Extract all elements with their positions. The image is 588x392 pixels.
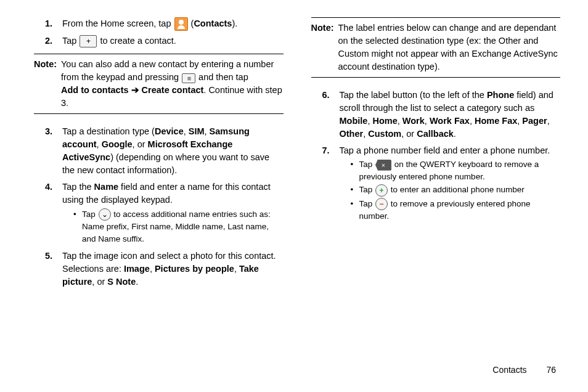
page-number: 76 [546, 365, 556, 375]
note-body: You can also add a new contact by enteri… [61, 58, 284, 110]
contacts-icon [174, 17, 188, 31]
text: , [234, 264, 239, 274]
text: , [547, 116, 550, 126]
bullet-dot: • [351, 158, 359, 182]
note-block: Note: You can also add a new contact by … [34, 54, 284, 114]
bullet: • Tap + to enter an additional phone num… [351, 184, 561, 196]
text-bold: Home [372, 116, 397, 126]
bullet: • Tap ⌄ to access additional name entrie… [73, 208, 284, 245]
remove-icon: − [375, 198, 388, 210]
text-bold: Custom [368, 129, 401, 139]
text: Tap the [62, 182, 94, 192]
text-bold: Home Fax [475, 116, 517, 126]
right-column: Note: The label entries below can change… [311, 17, 561, 292]
text: and then tap [198, 72, 248, 82]
bullet-dot: • [351, 198, 359, 223]
bullet-body: Tap ⌄ to access additional name entries … [82, 208, 284, 245]
text: Tap [359, 199, 375, 208]
bullet-body: Tap × on the QWERTY keyboard to remove a… [359, 158, 561, 182]
step-number: 5. [45, 250, 62, 288]
text-bold: S Note [107, 277, 136, 287]
text: . [454, 129, 456, 139]
step-2: 2. Tap + to create a contact. [45, 35, 284, 47]
step-6: 6. Tap the label button (to the left of … [322, 89, 561, 141]
text: , or [133, 139, 148, 149]
text: , or [401, 129, 417, 139]
backspace-icon: × [375, 160, 391, 171]
text-bold: SIM [189, 126, 205, 136]
bullet: • Tap − to remove a previously entered p… [351, 198, 561, 223]
section-label: Contacts [492, 365, 526, 375]
page-footer: Contacts 76 [492, 365, 556, 375]
text: , [425, 116, 430, 126]
text-bold: Image [124, 264, 150, 274]
step-body: Tap the label button (to the left of the… [340, 89, 561, 141]
step-number: 7. [322, 144, 340, 224]
text: Tap a destination type ( [62, 126, 155, 136]
text: Tap [359, 160, 375, 169]
text: , [150, 264, 155, 274]
step-body: Tap a destination type (Device, SIM, Sam… [62, 125, 284, 177]
text-bold: Add to contacts ➔ Create contact [61, 85, 203, 95]
step-number: 1. [45, 17, 62, 31]
text-bold: Pictures by people [155, 264, 234, 274]
text-bold: Pager [522, 116, 547, 126]
text: Tap a phone number field and enter a pho… [340, 145, 550, 155]
step-3: 3. Tap a destination type (Device, SIM, … [45, 125, 284, 177]
text: , [184, 126, 189, 136]
step-1: 1. From the Home screen, tap (Contacts). [45, 17, 284, 31]
note-label: Note: [311, 22, 338, 73]
step-body: Tap a phone number field and enter a pho… [340, 144, 561, 224]
add-icon: + [375, 184, 388, 197]
step-number: 4. [45, 181, 62, 246]
text: From the Home screen, tap [62, 18, 174, 28]
step-number: 3. [45, 125, 62, 177]
left-column: 1. From the Home screen, tap (Contacts).… [34, 17, 284, 292]
text: Tap the label button (to the left of the [340, 90, 487, 100]
chevron-down-icon: ⌄ [99, 208, 111, 221]
text: , or [92, 277, 107, 287]
step-body: Tap + to create a contact. [62, 35, 284, 47]
bullet-dot: • [351, 184, 359, 196]
page-columns: 1. From the Home screen, tap (Contacts).… [0, 0, 588, 292]
step-body: Tap the image icon and select a photo fo… [62, 250, 284, 288]
text: , [97, 139, 102, 149]
step-5: 5. Tap the image icon and select a photo… [45, 250, 284, 288]
text: ). [232, 18, 237, 28]
bullet: • Tap × on the QWERTY keyboard to remove… [351, 158, 561, 182]
text: The label entries below can change and a… [338, 23, 558, 71]
text-bold: Name [94, 182, 119, 192]
text-bold: Phone [487, 90, 514, 100]
note-body: The label entries below can change and a… [338, 22, 561, 73]
step-number: 2. [45, 35, 62, 47]
menu-icon: ≡ [182, 73, 195, 83]
text-bold: Contacts [194, 18, 232, 28]
bullet-dot: • [73, 208, 82, 245]
text: to enter an additional phone number [391, 185, 525, 194]
text: Tap [62, 36, 79, 46]
text: , [398, 116, 402, 126]
text: Tap [82, 210, 98, 219]
text: , [470, 116, 475, 126]
step-body: Tap the Name field and enter a name for … [62, 181, 284, 246]
step-4: 4. Tap the Name field and enter a name f… [45, 181, 284, 246]
text-bold: Callback [417, 129, 454, 139]
text: . [136, 277, 138, 287]
text-bold: Google [102, 139, 133, 149]
step-number: 6. [322, 89, 340, 141]
text: Tap [359, 185, 375, 194]
text-bold: Work Fax [430, 116, 470, 126]
text: , [205, 126, 210, 136]
plus-icon: + [80, 35, 97, 47]
text-bold: Other [340, 129, 364, 139]
note-label: Note: [34, 58, 61, 110]
step-body: From the Home screen, tap (Contacts). [62, 17, 284, 31]
text: to create a contact. [100, 36, 176, 46]
text-bold: Work [402, 116, 425, 126]
text-bold: Device [155, 126, 184, 136]
bullet-body: Tap − to remove a previously entered pho… [359, 198, 561, 223]
text-bold: Mobile [340, 116, 368, 126]
note-block: Note: The label entries below can change… [311, 17, 561, 78]
bullet-body: Tap + to enter an additional phone numbe… [359, 184, 561, 196]
step-7: 7. Tap a phone number field and enter a … [322, 144, 561, 224]
